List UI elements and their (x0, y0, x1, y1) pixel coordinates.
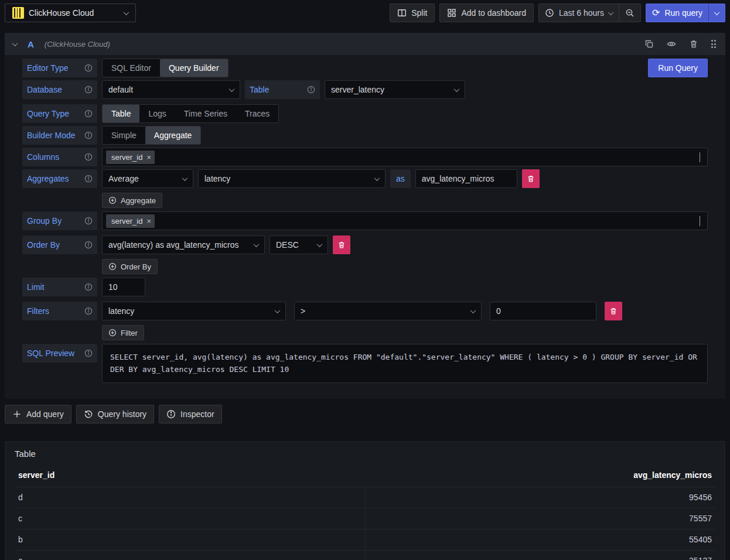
zoom-out-time-button[interactable] (619, 4, 640, 22)
limit-input[interactable]: 10 (102, 278, 145, 296)
order-by-direction-select[interactable]: DESC (270, 235, 328, 254)
info-icon[interactable] (84, 283, 93, 291)
aggregates-label-box: Aggregates (22, 169, 97, 188)
filter-value-input[interactable]: 0 (490, 302, 596, 320)
info-icon[interactable] (84, 307, 93, 315)
inspector-button[interactable]: Inspector (159, 405, 222, 424)
remove-aggregate-button[interactable] (522, 169, 540, 188)
query-type-option-time-series[interactable]: Time Series (175, 105, 236, 122)
query-type-option-logs[interactable]: Logs (139, 105, 175, 122)
sql-preview-label-box: SQL Preview (22, 344, 97, 363)
remove-chip-icon[interactable]: × (146, 153, 151, 161)
table-select[interactable]: server_latency (325, 80, 465, 99)
hide-response-eye-icon[interactable] (666, 38, 677, 50)
info-icon[interactable] (84, 153, 93, 161)
table-row[interactable]: a 35127 (15, 550, 715, 560)
order-by-field-value: avg(latency) as avg_latency_micros (108, 240, 239, 250)
time-range-button[interactable]: Last 6 hours (539, 4, 619, 22)
info-icon[interactable] (84, 86, 93, 94)
add-query-button[interactable]: Add query (5, 405, 71, 424)
aggregate-alias-input[interactable]: avg_latency_micros (415, 169, 517, 188)
drag-handle-icon[interactable] (710, 39, 718, 49)
query-type-option-traces[interactable]: Traces (236, 105, 278, 122)
filters-row: Filters latency > 0 (22, 302, 708, 320)
column-header-server-id[interactable]: server_id (18, 470, 365, 480)
info-icon[interactable] (84, 110, 93, 118)
duplicate-query-icon[interactable] (643, 38, 655, 50)
table-row[interactable]: c 75557 (15, 508, 715, 529)
chevron-wrap (700, 152, 700, 162)
info-icon[interactable] (307, 86, 315, 94)
info-icon[interactable] (84, 349, 93, 357)
cell-avg-latency: 95456 (366, 493, 716, 502)
add-to-dashboard-button[interactable]: Add to dashboard (439, 4, 534, 22)
remove-chip-icon[interactable]: × (146, 217, 151, 225)
plus-circle-icon (108, 262, 117, 271)
add-order-by-label: Order By (121, 262, 151, 271)
database-table-row: Database default Table server_latency (22, 80, 708, 99)
split-button[interactable]: Split (390, 4, 435, 22)
time-picker-group: Last 6 hours (538, 4, 641, 22)
filter-column-select[interactable]: latency (102, 302, 286, 320)
remove-filter-button[interactable] (605, 302, 622, 320)
chevron-down-icon (374, 175, 380, 181)
info-icon[interactable] (84, 64, 93, 72)
chevron-down-icon (182, 175, 188, 181)
collapse-chevron-icon[interactable] (12, 40, 18, 46)
chevron-down-icon (454, 86, 460, 92)
builder-mode-label-box: Builder Mode (22, 126, 97, 145)
table-row[interactable]: d 95456 (15, 487, 715, 508)
inspector-label: Inspector (180, 409, 214, 419)
editor-type-option-sql-editor[interactable]: SQL Editor (103, 59, 160, 77)
add-order-by-button[interactable]: Order By (102, 259, 158, 274)
order-by-label-box: Order By (22, 235, 97, 254)
dashboard-grid-icon (447, 8, 456, 18)
zoom-out-icon (625, 8, 635, 18)
query-history-button[interactable]: Query history (76, 405, 154, 424)
datasource-picker[interactable]: ClickHouse Cloud (5, 4, 136, 22)
group-by-chip: server_id × (106, 214, 155, 228)
column-header-avg-latency-micros[interactable]: avg_latency_micros (365, 470, 712, 480)
order-by-field-select[interactable]: avg(latency) as avg_latency_micros (102, 235, 265, 254)
add-to-dashboard-label: Add to dashboard (461, 8, 526, 18)
editor-type-radio-group: SQL Editor Query Builder (102, 59, 228, 77)
table-label: Table (250, 85, 269, 94)
delete-query-icon[interactable] (688, 38, 700, 50)
query-footer-actions: Add query Query history Inspector (5, 405, 725, 424)
limit-label: Limit (27, 282, 45, 292)
builder-mode-option-aggregate[interactable]: Aggregate (145, 127, 201, 144)
chevron-wrap (700, 216, 700, 226)
builder-mode-option-simple[interactable]: Simple (103, 127, 145, 144)
table-panel-title: Table (15, 449, 715, 459)
run-query-dropdown-button[interactable] (708, 4, 725, 22)
columns-multiselect[interactable]: server_id × (102, 148, 708, 166)
database-select[interactable]: default (102, 80, 240, 99)
remove-order-by-button[interactable] (333, 235, 350, 254)
info-icon[interactable] (84, 131, 93, 139)
cell-server-id: a (15, 551, 366, 560)
info-icon[interactable] (84, 175, 93, 183)
info-icon[interactable] (84, 217, 93, 225)
sql-preview-label: SQL Preview (27, 349, 74, 358)
group-by-label: Group By (27, 216, 62, 226)
filter-operator-value: > (301, 306, 305, 316)
query-row-header[interactable]: A (ClickHouse Cloud) (5, 33, 725, 55)
info-icon[interactable] (84, 241, 93, 249)
aggregate-column-value: latency (204, 174, 230, 183)
table-row[interactable]: b 55405 (15, 529, 715, 550)
add-aggregate-button[interactable]: Aggregate (102, 193, 162, 208)
filters-label: Filters (27, 306, 49, 316)
editor-type-option-query-builder[interactable]: Query Builder (160, 59, 228, 77)
group-by-multiselect[interactable]: server_id × (102, 211, 708, 230)
editor-run-query-button[interactable]: Run Query (648, 59, 708, 77)
aggregate-column-select[interactable]: latency (198, 169, 386, 188)
columns-label-box: Columns (22, 148, 97, 166)
aggregate-function-select[interactable]: Average (102, 169, 193, 188)
filter-operator-select[interactable]: > (294, 302, 482, 320)
query-type-option-table[interactable]: Table (103, 105, 139, 122)
columns-label: Columns (27, 152, 59, 162)
database-label: Database (27, 85, 62, 94)
datasource-hint: (ClickHouse Cloud) (45, 40, 110, 49)
run-query-button[interactable]: ⟳ Run query (646, 4, 708, 22)
add-filter-button[interactable]: Filter (102, 325, 144, 340)
